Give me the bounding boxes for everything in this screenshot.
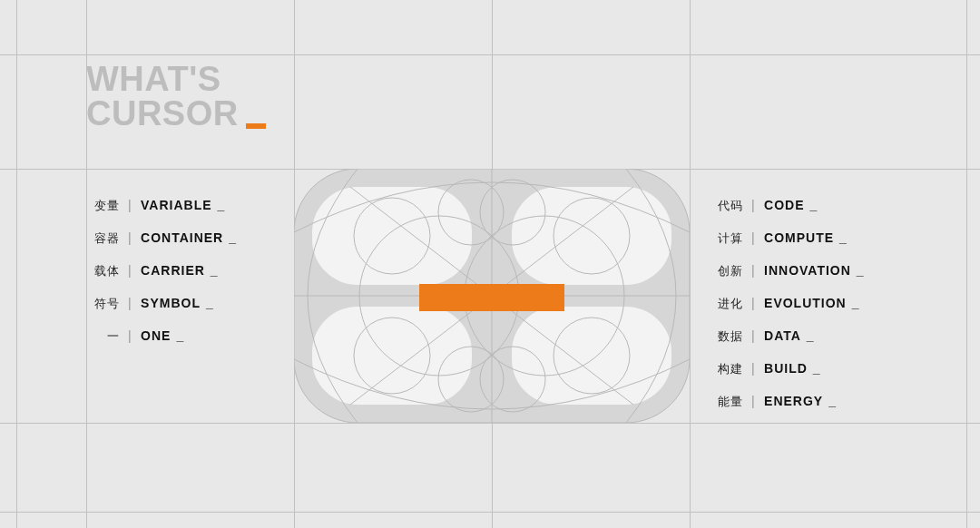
gridline-horizontal [0, 54, 980, 55]
cursor-bar [419, 284, 564, 311]
word-chinese: 代码 [710, 198, 742, 214]
word-row: 载体|CARRIER_ [86, 263, 238, 279]
word-row: 能量|ENERGY_ [710, 394, 866, 410]
word-english: INNOVATION [764, 263, 851, 278]
word-chinese: 进化 [710, 296, 742, 312]
word-english: ONE [141, 328, 171, 343]
gridline-horizontal [0, 423, 980, 424]
separator-icon: | [751, 296, 755, 310]
separator-icon: | [128, 328, 132, 343]
word-english: ENERGY [764, 394, 823, 408]
word-row: 数据|DATA_ [710, 328, 866, 345]
word-row: 符号|SYMBOL_ [86, 296, 238, 312]
separator-icon: | [128, 296, 132, 310]
word-chinese: 容器 [86, 230, 119, 247]
title-text-1: WHAT'S [86, 62, 221, 96]
underscore-icon: _ [211, 263, 220, 278]
gridline-vertical [690, 0, 691, 528]
word-list-right: 代码|CODE_计算|COMPUTE_创新|INNOVATION_进化|EVOL… [710, 198, 866, 410]
underscore-icon: _ [852, 296, 861, 310]
separator-icon: | [128, 263, 132, 278]
separator-icon: | [751, 263, 755, 278]
separator-icon: | [751, 198, 755, 212]
page-title: WHAT'S CURSOR [86, 62, 266, 131]
word-english: COMPUTE [764, 230, 834, 245]
title-line-1: WHAT'S [86, 62, 266, 96]
word-row: 计算|COMPUTE_ [710, 230, 866, 247]
word-english: EVOLUTION [764, 296, 847, 310]
word-chinese: 一 [86, 328, 119, 345]
word-chinese: 创新 [710, 263, 742, 279]
word-chinese: 计算 [710, 230, 742, 247]
word-row: 代码|CODE_ [710, 198, 866, 214]
word-english: BUILD [764, 361, 808, 376]
word-chinese: 符号 [86, 296, 119, 312]
word-row: 变量|VARIABLE_ [86, 198, 238, 214]
underscore-icon: _ [807, 328, 816, 343]
word-chinese: 构建 [710, 361, 742, 377]
word-english: CARRIER [141, 263, 205, 278]
separator-icon: | [751, 394, 755, 408]
separator-icon: | [128, 198, 132, 212]
word-row: 构建|BUILD_ [710, 361, 866, 377]
word-row: 一|ONE_ [86, 328, 238, 345]
word-list-left: 变量|VARIABLE_容器|CONTAINER_载体|CARRIER_符号|S… [86, 198, 238, 345]
separator-icon: | [128, 230, 132, 245]
word-english: SYMBOL [141, 296, 201, 310]
word-english: CONTAINER [141, 230, 223, 245]
word-english: DATA [764, 328, 801, 343]
word-chinese: 载体 [86, 263, 119, 279]
gridline-vertical [966, 0, 967, 528]
underscore-icon: _ [218, 198, 227, 212]
word-chinese: 能量 [710, 394, 742, 410]
title-line-2: CURSOR [86, 96, 266, 131]
underscore-icon: _ [828, 394, 838, 408]
underscore-icon: _ [229, 230, 238, 245]
underscore-icon: _ [813, 361, 822, 376]
word-row: 创新|INNOVATION_ [710, 263, 866, 279]
gridline-horizontal [0, 512, 980, 513]
cursor-icon [246, 123, 266, 129]
separator-icon: | [751, 230, 755, 245]
separator-icon: | [751, 361, 755, 376]
word-english: CODE [764, 198, 804, 212]
separator-icon: | [751, 328, 755, 343]
title-text-2: CURSOR [86, 96, 239, 131]
gridline-vertical [16, 0, 17, 528]
underscore-icon: _ [839, 230, 848, 245]
geometric-figure [294, 169, 690, 423]
underscore-icon: _ [176, 328, 185, 343]
word-row: 容器|CONTAINER_ [86, 230, 238, 247]
word-english: VARIABLE [141, 198, 212, 212]
word-chinese: 变量 [86, 198, 119, 214]
underscore-icon: _ [810, 198, 819, 212]
word-chinese: 数据 [710, 328, 742, 345]
underscore-icon: _ [857, 263, 866, 278]
underscore-icon: _ [206, 296, 215, 310]
word-row: 进化|EVOLUTION_ [710, 296, 866, 312]
